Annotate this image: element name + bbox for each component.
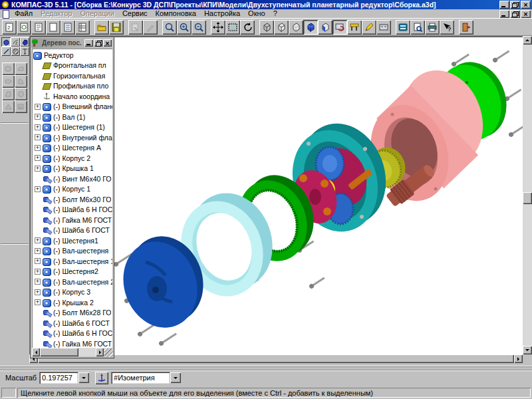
expand-icon[interactable]: + bbox=[35, 155, 41, 161]
tree-item[interactable]: Фронтальная пл bbox=[32, 61, 112, 71]
tree-item[interactable]: +(-) Внешний флане bbox=[32, 102, 112, 112]
expand-icon[interactable]: + bbox=[35, 279, 41, 285]
mode-3d-button[interactable] bbox=[1, 37, 11, 47]
tree-item[interactable]: +(-) Корпус 2 bbox=[32, 153, 112, 164]
resize-grip[interactable] bbox=[104, 348, 113, 357]
print-preview-button[interactable] bbox=[410, 20, 425, 35]
hidden-lines-display-button[interactable] bbox=[274, 20, 289, 35]
control-panel-button[interactable] bbox=[376, 20, 391, 35]
vertical-scroll-thumb[interactable] bbox=[523, 192, 532, 204]
exit-button[interactable] bbox=[459, 20, 473, 35]
expand-icon[interactable]: + bbox=[35, 248, 41, 254]
new-sheet-button[interactable]: 2 bbox=[2, 20, 17, 35]
print-button[interactable] bbox=[425, 20, 440, 35]
expand-icon[interactable]: + bbox=[35, 145, 41, 151]
tree-item[interactable]: (-) Шайба 6 ГОСТ bbox=[32, 225, 112, 236]
tree-item[interactable]: (-) Шайба 6 Н ГОС bbox=[32, 205, 112, 215]
tree-item[interactable]: Профильная пло bbox=[32, 81, 112, 92]
tree-restore-button[interactable] bbox=[94, 39, 102, 47]
expand-icon[interactable]: + bbox=[35, 258, 41, 264]
tree-item[interactable]: +(-) Вал (1) bbox=[32, 112, 112, 122]
tree-item[interactable]: (-) Шайба 6 Н ГОС bbox=[32, 329, 112, 339]
scale-dropdown-button[interactable] bbox=[78, 372, 89, 383]
tree-item[interactable]: +(-) Крышка 2 bbox=[32, 297, 112, 308]
wireframe-display-button[interactable] bbox=[259, 20, 274, 35]
tree-close-button[interactable] bbox=[103, 39, 112, 47]
mode-surface-button[interactable] bbox=[20, 37, 29, 47]
vertical-scrollbar[interactable] bbox=[523, 36, 532, 354]
measure-button[interactable] bbox=[347, 20, 362, 35]
tree-item[interactable]: +(-) Корпус 3 bbox=[32, 287, 112, 298]
expand-icon[interactable]: + bbox=[35, 299, 41, 305]
expand-icon[interactable]: + bbox=[35, 289, 41, 295]
tree-item[interactable]: +(-) Вал-шестерня 1 bbox=[32, 256, 112, 267]
thin-hidden-lines-display-button[interactable] bbox=[289, 20, 303, 35]
tree-item[interactable]: (-) Гайка М6 ГОСТ bbox=[32, 338, 112, 348]
tree-scroll-left-button[interactable] bbox=[32, 348, 40, 356]
half-tone-display-button[interactable] bbox=[318, 20, 332, 35]
tree-item[interactable]: (-) Шайба 6 ГОСТ bbox=[32, 318, 112, 329]
zoom-window-button[interactable] bbox=[162, 20, 177, 35]
menu-service[interactable]: Сервис bbox=[118, 9, 152, 18]
tree-horizontal-scrollbar[interactable] bbox=[32, 348, 112, 356]
view-orientation-combo[interactable]: #Изометрия bbox=[111, 372, 170, 384]
tree-minimize-button[interactable] bbox=[84, 39, 93, 47]
draw-line-button[interactable] bbox=[1, 47, 11, 56]
scroll-right-button[interactable] bbox=[514, 354, 523, 363]
expand-icon[interactable]: + bbox=[35, 124, 41, 130]
menu-layout[interactable]: Компоновка bbox=[152, 9, 200, 18]
scale-combo[interactable]: 0.197257 bbox=[39, 372, 78, 384]
tree-item[interactable]: (-) Болт М6х30 ГО bbox=[32, 194, 112, 205]
tree-item[interactable]: Начало координа bbox=[32, 91, 112, 102]
pan-button[interactable] bbox=[211, 20, 225, 35]
tree-scroll-right-button[interactable] bbox=[96, 348, 104, 356]
menu-window[interactable]: Окно bbox=[244, 9, 269, 18]
new-assembly-button[interactable] bbox=[61, 20, 75, 35]
assembly-tree[interactable]: Редуктор Фронтальная пл Горизонтальная П… bbox=[32, 49, 112, 348]
expand-icon[interactable]: + bbox=[35, 186, 41, 192]
new-text-document-button[interactable] bbox=[31, 20, 46, 35]
mdi-minimize-button[interactable] bbox=[499, 10, 509, 18]
new-specification-button[interactable] bbox=[75, 20, 90, 35]
document-icon[interactable] bbox=[1, 10, 9, 18]
tree-title-bar[interactable]: Дерево пос... bbox=[31, 38, 113, 48]
tree-item[interactable]: +(-) Шестерня (1) bbox=[32, 122, 112, 133]
rotate-view-button[interactable] bbox=[332, 20, 347, 35]
tree-item[interactable]: +(-) Вал-шестерня 2 bbox=[32, 277, 112, 287]
zoom-frame-button[interactable] bbox=[225, 20, 240, 35]
tree-item-root[interactable]: Редуктор bbox=[32, 50, 112, 61]
mdi-close-button[interactable] bbox=[521, 10, 531, 18]
menu-settings[interactable]: Настройка bbox=[200, 9, 244, 18]
tree-item[interactable]: +(-) Шестерня1 bbox=[32, 235, 112, 246]
tree-item[interactable]: (-) Болт М6х28 ГО bbox=[32, 308, 112, 319]
edit-button[interactable] bbox=[362, 20, 376, 35]
zoom-in-button[interactable] bbox=[177, 20, 192, 35]
expand-icon[interactable]: + bbox=[35, 134, 41, 140]
dimension-button[interactable] bbox=[20, 47, 29, 56]
mode-sketch-button[interactable]: z bbox=[11, 37, 20, 47]
hatch-button[interactable] bbox=[11, 47, 20, 56]
scroll-down-button[interactable] bbox=[523, 346, 532, 354]
tree-item[interactable]: +(-) Вал-шестерня bbox=[32, 246, 112, 257]
rebuild-button[interactable] bbox=[240, 20, 255, 35]
new-detail-button[interactable] bbox=[46, 20, 61, 35]
context-help-button[interactable]: ? bbox=[440, 20, 454, 35]
tree-item[interactable]: +(-) Крышка 1 bbox=[32, 164, 112, 174]
menu-help[interactable]: ? bbox=[269, 9, 281, 18]
orientation-button[interactable] bbox=[95, 372, 108, 384]
restore-button[interactable] bbox=[510, 1, 520, 9]
tree-item[interactable]: (-) Винт М6х40 ГО bbox=[32, 174, 112, 184]
expand-icon[interactable]: + bbox=[35, 104, 41, 110]
mdi-restore-button[interactable] bbox=[510, 10, 520, 18]
save-button[interactable] bbox=[109, 20, 124, 35]
tree-item[interactable]: Горизонтальная bbox=[32, 70, 112, 81]
open-button[interactable] bbox=[94, 20, 109, 35]
tree-item[interactable]: +(-) Корпус 1 bbox=[32, 184, 112, 195]
tree-item[interactable]: +(-) Шестерня А bbox=[32, 143, 112, 154]
scroll-up-button[interactable] bbox=[523, 36, 532, 45]
expand-icon[interactable]: + bbox=[35, 166, 41, 172]
close-button[interactable] bbox=[521, 1, 531, 9]
tree-item[interactable]: +(-) Внутрений фла bbox=[32, 132, 112, 143]
tree-scroll-thumb[interactable] bbox=[40, 348, 78, 356]
new-fragment-button[interactable] bbox=[17, 20, 31, 35]
